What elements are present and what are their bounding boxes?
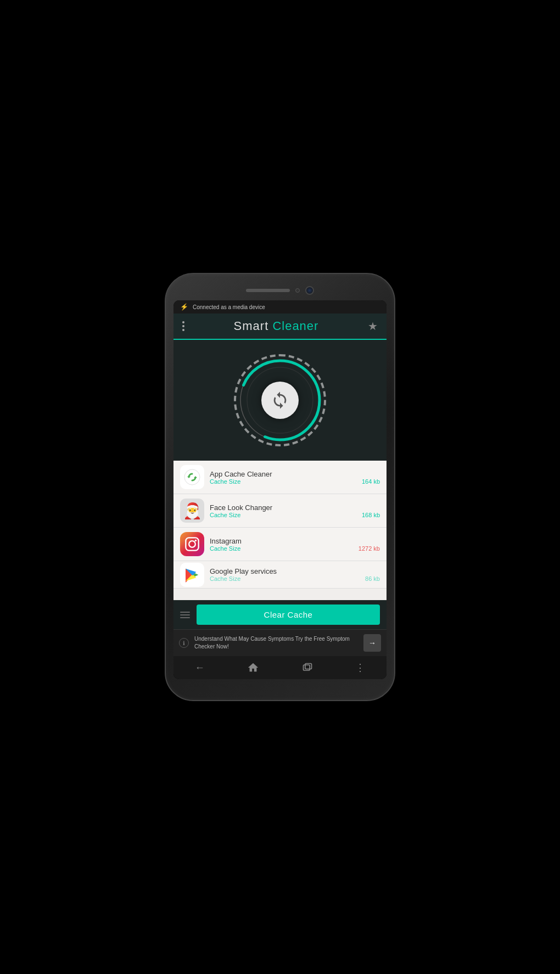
app-info: Face Look Changer Cache Size 168 kb: [210, 503, 380, 518]
svg-rect-7: [186, 538, 198, 550]
app-icon-instagram: [180, 532, 204, 556]
list-view-icon[interactable]: [180, 612, 190, 618]
svg-rect-11: [305, 664, 312, 669]
app-info: Google Play services Cache Size 86 kb: [210, 567, 380, 582]
app-info: App Cache Cleaner Cache Size 164 kb: [210, 470, 380, 485]
favorite-star-icon[interactable]: ★: [368, 320, 378, 333]
list-item[interactable]: 🎅 Face Look Changer Cache Size 168 kb: [173, 494, 387, 528]
app-title: Smart Cleaner: [234, 319, 319, 333]
svg-point-8: [189, 541, 195, 547]
app-icon-google-play: [180, 563, 204, 587]
usb-icon: ⚡: [180, 303, 188, 311]
phone-frame: ⚡ Connected as a media device Smart Clea…: [165, 273, 395, 701]
google-play-icon: [183, 566, 201, 584]
app-list: App Cache Cleaner Cache Size 164 kb 🎅 Fa…: [173, 461, 387, 600]
cache-size: 168 kb: [362, 512, 380, 518]
action-bar: Clear Cache: [173, 600, 387, 629]
title-cleaner: Cleaner: [272, 319, 318, 333]
title-smart: Smart: [234, 319, 273, 333]
menu-icon[interactable]: [182, 321, 184, 331]
svg-point-4: [184, 469, 200, 485]
recents-icon[interactable]: [302, 662, 313, 673]
ad-banner: ℹ Understand What May Cause Symptoms Try…: [173, 629, 387, 656]
ad-info-icon: ℹ: [179, 638, 189, 648]
speaker-grill: [246, 289, 290, 292]
status-bar: ⚡ Connected as a media device: [173, 300, 387, 314]
sync-button[interactable]: [261, 382, 299, 419]
status-text: Connected as a media device: [193, 304, 265, 310]
options-icon[interactable]: ⋮: [355, 662, 365, 674]
instagram-icon: [184, 536, 200, 552]
svg-point-9: [195, 540, 197, 542]
app-name: Face Look Changer: [210, 503, 380, 512]
cache-label: Cache Size: [210, 575, 240, 582]
svg-rect-10: [303, 665, 310, 670]
list-item[interactable]: App Cache Cleaner Cache Size 164 kb: [173, 461, 387, 494]
app-icon-cleaner: [180, 465, 204, 489]
app-icon-face: 🎅: [180, 499, 204, 523]
list-item[interactable]: Google Play services Cache Size 86 kb: [173, 561, 387, 589]
cache-label: Cache Size: [210, 478, 240, 485]
screen: ⚡ Connected as a media device Smart Clea…: [173, 300, 387, 679]
app-name: App Cache Cleaner: [210, 470, 380, 478]
sync-icon: [271, 391, 289, 410]
list-item[interactable]: Instagram Cache Size 1272 kb: [173, 528, 387, 561]
ad-text: Understand What May Cause Symptoms Try t…: [194, 635, 358, 651]
scan-area: [173, 340, 387, 461]
scan-circle[interactable]: [231, 351, 329, 450]
cache-label: Cache Size: [210, 545, 240, 552]
front-camera-lens: [305, 286, 314, 295]
back-icon[interactable]: ←: [195, 662, 205, 674]
nav-bar: ← ⋮: [173, 656, 387, 679]
app-name: Google Play services: [210, 567, 380, 575]
ad-arrow-button[interactable]: →: [363, 634, 381, 652]
front-camera-dot: [295, 288, 300, 293]
home-icon[interactable]: [247, 662, 259, 674]
cleaner-icon: [183, 468, 201, 486]
phone-top-bar: [173, 284, 387, 300]
cache-size: 1272 kb: [359, 545, 380, 552]
app-info: Instagram Cache Size 1272 kb: [210, 537, 380, 552]
app-header: Smart Cleaner ★: [173, 314, 387, 340]
app-name: Instagram: [210, 537, 380, 545]
cache-size: 164 kb: [362, 478, 380, 485]
clear-cache-button[interactable]: Clear Cache: [197, 604, 380, 625]
cache-label: Cache Size: [210, 512, 240, 518]
cache-size: 86 kb: [365, 575, 380, 582]
